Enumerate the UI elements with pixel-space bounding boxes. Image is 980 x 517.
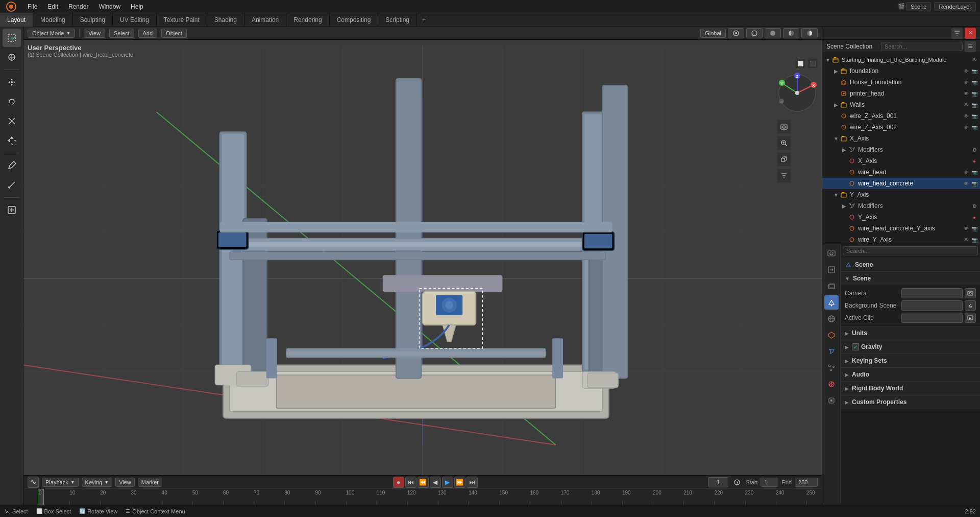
record-button[interactable]: ●: [393, 477, 404, 488]
props-world-icon[interactable]: [824, 312, 839, 326]
tool-rotate[interactable]: [3, 92, 21, 111]
tab-animation[interactable]: Animation: [244, 13, 286, 27]
tab-rendering[interactable]: Rendering: [286, 13, 329, 27]
snap-btn[interactable]: [728, 28, 744, 38]
tab-shading[interactable]: Shading: [207, 13, 244, 27]
outliner-filter-icon[interactable]: [951, 28, 963, 39]
tab-texture-paint[interactable]: Texture Paint: [157, 13, 207, 27]
camera-icon[interactable]: 📷: [971, 124, 978, 131]
tool-move[interactable]: [3, 73, 21, 91]
jump-end-button[interactable]: ⏭: [467, 477, 478, 488]
play-button[interactable]: ▶: [442, 477, 453, 488]
status-select[interactable]: Select: [4, 508, 28, 514]
active-clip-field[interactable]: [901, 313, 963, 323]
eye-icon[interactable]: 👁: [963, 79, 970, 86]
tab-compositing[interactable]: Compositing: [330, 13, 379, 27]
keying-sets-section-header[interactable]: ▶ Keying Sets: [841, 354, 980, 367]
bg-scene-field[interactable]: [901, 300, 963, 311]
gravity-section-header[interactable]: ▶ ✓ Gravity: [841, 340, 980, 354]
shading-material[interactable]: [783, 28, 799, 38]
view-zoom-in-icon[interactable]: [777, 136, 791, 150]
status-rotate-view[interactable]: 🔄 Rotate View: [79, 508, 117, 514]
current-frame[interactable]: 1: [708, 477, 728, 487]
outliner-item-starting[interactable]: ▼ Starting_Printing_of_the_Building_Modu…: [822, 54, 980, 65]
shading-solid[interactable]: [765, 28, 781, 38]
tool-annotate[interactable]: [3, 156, 21, 175]
outliner-item-x-axis-obj[interactable]: ▶ X_Axis ●: [822, 155, 980, 167]
props-object-icon[interactable]: [824, 328, 839, 342]
eye-icon[interactable]: 👁: [963, 236, 970, 243]
viewport-canvas[interactable]: User Perspective (1) Scene Collection | …: [23, 40, 822, 517]
gravity-checkbox[interactable]: ✓: [852, 343, 859, 350]
eye-icon[interactable]: 👁: [971, 56, 978, 63]
camera-field[interactable]: [901, 288, 963, 298]
props-constraints-icon[interactable]: [824, 393, 839, 408]
object-mode-dropdown[interactable]: Object Mode ▼: [28, 29, 75, 38]
camera-icon[interactable]: 📷: [971, 112, 978, 120]
camera-icon[interactable]: 📷: [971, 67, 978, 75]
marker-dropdown[interactable]: Marker: [138, 478, 162, 487]
camera-icon[interactable]: 📷: [971, 79, 978, 86]
keying-dropdown[interactable]: Keying ▼: [82, 478, 113, 487]
start-frame[interactable]: [761, 478, 778, 487]
view-dropdown[interactable]: View: [115, 478, 135, 487]
bg-scene-picker-icon[interactable]: [965, 300, 976, 311]
outliner-item-wire-head[interactable]: ▶ wire_head 👁 📷: [822, 167, 980, 178]
outliner-item-modifiers-x[interactable]: ▶ Modifiers ⚙: [822, 144, 980, 155]
tab-modeling[interactable]: Modeling: [33, 13, 73, 27]
outliner-item-wire-head-concrete-y[interactable]: ▶ wire_head_concrete_Y_axis 👁 📷: [822, 223, 980, 234]
jump-start-button[interactable]: ⏮: [405, 477, 416, 488]
status-object-context-menu[interactable]: ☰ Object Context Menu: [126, 508, 185, 514]
outliner-item-wire-y-axis[interactable]: ▶ wire_Y_Axis 👁 📷: [822, 234, 980, 244]
object-menu[interactable]: Object: [161, 29, 187, 38]
timeline-ruler[interactable]: 0102030405060708090100110120130140150160…: [23, 489, 822, 505]
eye-icon[interactable]: 👁: [963, 169, 970, 176]
menu-edit[interactable]: Edit: [42, 0, 63, 13]
select-menu[interactable]: Select: [109, 29, 134, 38]
outliner-item-wire-head-concrete[interactable]: ▶ wire_head_concrete 👁 📷: [822, 178, 980, 189]
outliner-item-wire-z-001[interactable]: ▶ wire_Z_Axis_001 👁 📷: [822, 110, 980, 122]
step-forward-button[interactable]: ⏩: [454, 477, 465, 488]
tool-scale[interactable]: [3, 112, 21, 130]
eye-icon[interactable]: 👁: [963, 180, 970, 187]
properties-search-input[interactable]: [843, 246, 978, 255]
props-modifier-icon[interactable]: [824, 344, 839, 359]
eye-icon[interactable]: 👁: [963, 101, 970, 108]
outliner-close-icon[interactable]: ✕: [965, 28, 976, 39]
eye-icon[interactable]: 👁: [963, 124, 970, 131]
outliner-item-modifiers-y[interactable]: ▶ Modifiers ⚙: [822, 200, 980, 212]
eye-icon[interactable]: 👁: [963, 90, 970, 97]
view-filter-icon[interactable]: [777, 169, 791, 183]
units-section-header[interactable]: ▶ Units: [841, 326, 980, 340]
settings-icon[interactable]: ⚙: [971, 202, 978, 209]
tool-transform[interactable]: [3, 131, 21, 150]
timeline-mode-icon[interactable]: [28, 477, 39, 488]
status-box-select[interactable]: ⬜ Box Select: [36, 508, 71, 514]
menu-file[interactable]: File: [22, 0, 42, 13]
renderlayer-name[interactable]: RenderLayer: [934, 2, 976, 11]
tab-layout[interactable]: Layout: [0, 13, 33, 27]
tab-scripting[interactable]: Scripting: [378, 13, 417, 27]
circle-icon[interactable]: ●: [971, 157, 978, 165]
tool-select-box[interactable]: [3, 29, 21, 47]
props-output-icon[interactable]: [824, 263, 839, 277]
tool-measure[interactable]: [3, 176, 21, 194]
view-camera-icon[interactable]: [777, 120, 791, 134]
outliner-options[interactable]: ☰: [965, 41, 976, 52]
outliner-search-input[interactable]: [881, 42, 963, 51]
menu-render[interactable]: Render: [63, 0, 93, 13]
props-particles-icon[interactable]: [824, 361, 839, 375]
eye-icon[interactable]: 👁: [963, 112, 970, 120]
outliner-item-y-axis-obj[interactable]: ▶ Y_Axis ●: [822, 212, 980, 223]
playback-dropdown[interactable]: Playback ▼: [42, 478, 79, 487]
play-reverse-button[interactable]: ◀: [430, 477, 441, 488]
circle-icon[interactable]: ●: [971, 214, 978, 221]
settings-icon[interactable]: ⚙: [971, 146, 978, 153]
camera-icon[interactable]: 📷: [971, 180, 978, 187]
outliner-item-printer-head[interactable]: ▶ printer_head 👁 📷: [822, 88, 980, 99]
outliner-item-foundation[interactable]: ▶ foundation 👁 📷: [822, 65, 980, 77]
add-workspace-button[interactable]: +: [417, 16, 431, 24]
custom-properties-section-header[interactable]: ▶ Custom Properties: [841, 395, 980, 409]
view-menu[interactable]: View: [84, 29, 105, 38]
view-perspective-icon[interactable]: [777, 152, 791, 167]
